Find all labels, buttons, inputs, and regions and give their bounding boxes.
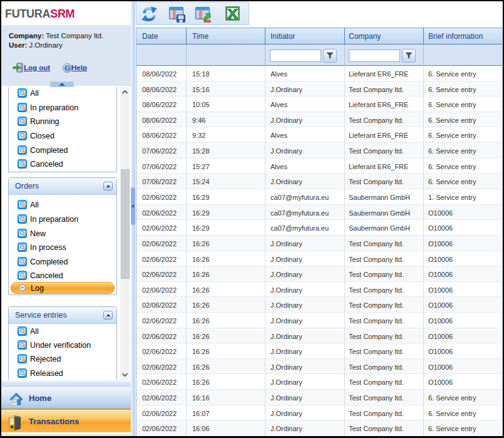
svg-text:?: ? (66, 65, 69, 71)
